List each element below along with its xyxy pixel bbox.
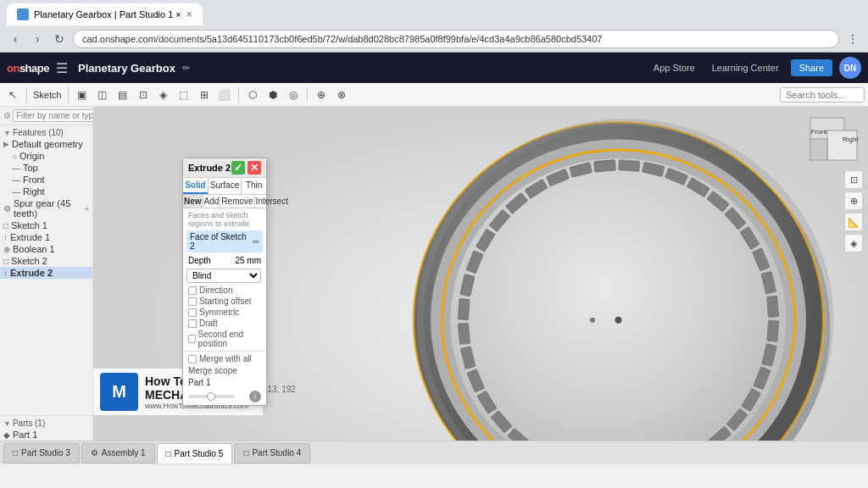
merge-scope-label: Merge scope	[188, 366, 237, 375]
tool-6[interactable]: ⬚	[175, 86, 193, 104]
sidebar-item-boolean1[interactable]: ⊕ Boolean 1	[0, 243, 92, 255]
app-store-button[interactable]: App Store	[648, 60, 700, 75]
tool-8[interactable]: ⬜	[215, 86, 234, 104]
draft-checkbox[interactable]	[188, 319, 197, 328]
tab-surface[interactable]: Surface	[209, 178, 242, 194]
face-value: Face of Sketch 2	[190, 232, 253, 251]
sidebar-item-right[interactable]: — Right	[0, 186, 92, 197]
pencil-icon: ✏	[253, 237, 259, 247]
sidebar-item-extrude2[interactable]: ↑ Extrude 2	[0, 267, 92, 279]
view-cube[interactable]: Front Right	[806, 114, 861, 164]
tool-9[interactable]: ⬡	[243, 86, 262, 104]
sidebar-item-default-geometry[interactable]: ▶ Default geometry	[0, 138, 92, 150]
sketch-label[interactable]: Sketch	[33, 90, 62, 100]
browser-tab-bar: Planetary Gearbox | Part Studio 1 × ×	[0, 0, 868, 25]
action-new[interactable]: New	[183, 195, 203, 208]
view-section-button[interactable]: ⊕	[844, 191, 863, 210]
tab-assembly-1[interactable]: ⚙ Assembly 1	[81, 443, 155, 463]
svg-rect-6	[619, 160, 640, 172]
add-icon[interactable]: +	[84, 204, 89, 214]
tool-12[interactable]: ⊕	[312, 86, 331, 104]
symmetric-checkbox[interactable]	[188, 308, 197, 317]
tool-2[interactable]: ◫	[93, 86, 112, 104]
extrude-panel-title-bar: Extrude 2 ✓ ✕	[183, 158, 266, 178]
second-end-checkbox[interactable]	[188, 335, 196, 343]
appearance-button[interactable]: ◈	[844, 234, 863, 252]
svg-rect-15	[766, 296, 778, 317]
sketch2-icon: □	[3, 257, 8, 266]
sidebar-item-top[interactable]: — Top	[0, 162, 92, 174]
sidebar-item-sketch2[interactable]: □ Sketch 2	[0, 255, 92, 267]
item-label: Spur gear (45 teeth)	[14, 198, 81, 219]
menu-icon[interactable]: ☰	[56, 60, 68, 76]
user-avatar[interactable]: DN	[839, 57, 861, 79]
viewport[interactable]: 213, 192 Front Right ⊡ ⊕ 📐 ◈	[93, 107, 868, 441]
main-toolbar: ↖ Sketch ▣ ◫ ▤ ⊡ ◈ ⬚ ⊞ ⬜ ⬡ ⬢ ◎ ⊕ ⊗	[0, 83, 868, 107]
tab-part-studio-3[interactable]: □ Part Studio 3	[3, 443, 80, 463]
sidebar-item-spur-gear[interactable]: ⚙ Spur gear (45 teeth) +	[0, 197, 92, 219]
tab-part-studio-5[interactable]: □ Part Studio 5	[157, 443, 233, 463]
info-icon[interactable]: i	[249, 391, 261, 402]
features-chevron[interactable]: ▼	[3, 129, 11, 137]
tool-4[interactable]: ⊡	[134, 86, 153, 104]
confirm-button[interactable]: ✓	[231, 161, 245, 175]
sidebar-item-sketch1[interactable]: □ Sketch 1	[0, 219, 92, 231]
share-button[interactable]: Share	[791, 59, 832, 76]
item-label: Origin	[19, 151, 44, 161]
measure-button[interactable]: 📐	[844, 213, 863, 231]
search-tools-input[interactable]	[780, 87, 865, 103]
origin-icon: ○	[12, 152, 17, 161]
expand-icon: ▶	[3, 140, 9, 148]
browser-favicon	[17, 8, 29, 20]
right-toolbar: ⊡ ⊕ 📐 ◈	[844, 170, 863, 252]
toolbar-separator-1	[26, 87, 27, 103]
tab-thin[interactable]: Thin	[242, 178, 266, 194]
tool-1[interactable]: ▣	[73, 86, 92, 104]
tool-5[interactable]: ◈	[154, 86, 173, 104]
end-type-select[interactable]: Blind Symmetric Up to next Up to face Up…	[186, 269, 261, 283]
direction-checkbox[interactable]	[188, 286, 197, 295]
sidebar-item-extrude1[interactable]: ↑ Extrude 1	[0, 231, 92, 243]
tool-11[interactable]: ◎	[284, 86, 303, 104]
tool-7[interactable]: ⊞	[195, 86, 214, 104]
starting-offset-row: Starting offset	[183, 296, 266, 307]
forward-button[interactable]: ›	[29, 30, 46, 47]
tab-part-studio-4[interactable]: □ Part Studio 4	[234, 443, 310, 463]
merge-with-all-checkbox[interactable]	[188, 355, 197, 363]
slider-thumb[interactable]	[207, 392, 215, 401]
cancel-button[interactable]: ✕	[248, 161, 261, 175]
svg-text:Right: Right	[843, 136, 859, 143]
browser-tab[interactable]: Planetary Gearbox | Part Studio 1 × ×	[7, 3, 203, 25]
learning-center-button[interactable]: Learning Center	[707, 60, 784, 75]
sidebar-item-origin[interactable]: ○ Origin	[0, 150, 92, 162]
zoom-fit-button[interactable]: ⊡	[844, 170, 863, 189]
assembly-1-icon: ⚙	[91, 448, 98, 458]
tool-10[interactable]: ⬢	[264, 86, 282, 104]
coordinate-indicator: 213, 192	[263, 385, 296, 394]
address-bar[interactable]: cad.onshape.com/documents/5a13d645110173…	[73, 30, 839, 48]
starting-offset-checkbox[interactable]	[188, 297, 197, 306]
item-label: Sketch 1	[11, 220, 47, 230]
action-add[interactable]: Add	[203, 195, 221, 208]
cursor-tool[interactable]: ↖	[3, 86, 22, 104]
action-intersect[interactable]: Intersect	[255, 195, 289, 208]
front-icon: —	[12, 175, 20, 185]
symmetric-row: Symmetric	[183, 307, 266, 318]
tab-solid[interactable]: Solid	[183, 178, 209, 194]
browser-tab-close[interactable]: ×	[186, 8, 192, 20]
refresh-button[interactable]: ↻	[51, 30, 68, 47]
opacity-slider[interactable]	[188, 395, 235, 398]
gear-icon: ⚙	[3, 204, 11, 214]
action-remove[interactable]: Remove	[220, 195, 254, 208]
face-selector-field[interactable]: Face of Sketch 2 ✏	[186, 230, 263, 252]
depth-row: Depth 25 mm	[183, 254, 266, 267]
parts-chevron[interactable]: ▼	[3, 419, 11, 428]
tool-3[interactable]: ▤	[114, 86, 132, 104]
edit-icon[interactable]: ✏	[182, 63, 190, 74]
sidebar-item-part1[interactable]: ◆ Part 1	[0, 429, 92, 441]
filter-input[interactable]	[13, 109, 93, 122]
back-button[interactable]: ‹	[7, 30, 24, 47]
tool-13[interactable]: ⊗	[332, 86, 351, 104]
extensions-button[interactable]: ⋮	[844, 30, 861, 47]
sidebar-item-front[interactable]: — Front	[0, 174, 92, 186]
